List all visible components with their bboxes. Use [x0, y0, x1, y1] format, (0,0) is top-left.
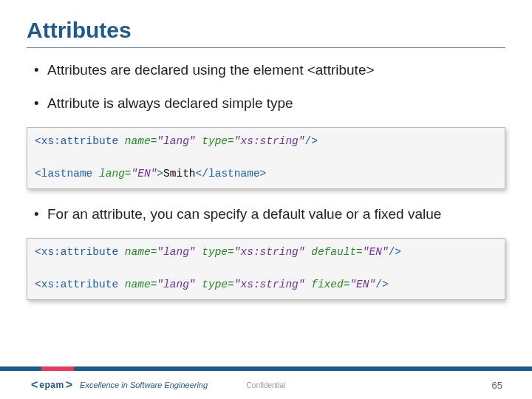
code-token: "EN" [363, 246, 389, 258]
code-token: "EN" [132, 168, 157, 180]
code-token: <xs:attribute [35, 246, 118, 258]
bullet-3: For an attribute, you can specify a defa… [34, 205, 505, 224]
code-block-2: <xs:attribute name="lang" type="xs:strin… [27, 238, 505, 299]
slide: Attributes Attributes are declared using… [0, 0, 532, 399]
bullet-1: Attributes are declared using the elemen… [34, 61, 505, 80]
code-token: /> [305, 135, 318, 147]
code-token: "xs:string" [234, 135, 305, 147]
code-token: lang= [92, 168, 131, 180]
bullet-list-2: For an attribute, you can specify a defa… [27, 205, 505, 224]
code-token: name= [118, 246, 157, 258]
code-token: "EN" [349, 279, 375, 290]
logo: < epam > [31, 378, 72, 392]
code-block-1: <xs:attribute name="lang" type="xs:strin… [27, 127, 505, 188]
footer-page-number: 65 [492, 380, 502, 391]
code-token: name= [118, 279, 157, 290]
logo-bracket-right: > [66, 378, 72, 392]
code-token: /> [389, 246, 401, 258]
code-token: type= [196, 135, 234, 147]
code-token: Smith [163, 168, 196, 180]
slide-title: Attributes [27, 18, 505, 43]
footer-tagline: Excellence in Software Engineering [80, 381, 208, 389]
footer: < epam > Excellence in Software Engineer… [0, 366, 532, 399]
code-token: </lastname> [196, 168, 267, 180]
bullet-list: Attributes are declared using the elemen… [27, 61, 505, 112]
code-token: fixed= [305, 279, 350, 290]
code-token: name= [118, 135, 157, 147]
code-token: "xs:string" [234, 246, 305, 258]
title-rule [27, 47, 505, 48]
logo-bracket-left: < [31, 378, 38, 392]
code-token: type= [196, 279, 234, 290]
code-token: type= [196, 246, 234, 258]
code-token: "lang" [157, 135, 195, 147]
code-token: <xs:attribute [35, 135, 118, 147]
footer-confidential: Confidential [247, 381, 286, 389]
footer-content: < epam > Excellence in Software Engineer… [0, 371, 532, 399]
bullet-2: Attribute is always declared simple type [34, 95, 505, 113]
code-token: > [157, 168, 163, 180]
logo-text: epam [39, 380, 64, 390]
code-token: <xs:attribute [35, 279, 118, 290]
code-token: "lang" [157, 246, 195, 258]
code-token: "xs:string" [234, 279, 305, 290]
code-token: <lastname [35, 168, 92, 180]
code-token: default= [305, 246, 363, 258]
code-token: /> [375, 279, 388, 290]
code-token: "lang" [157, 279, 195, 290]
